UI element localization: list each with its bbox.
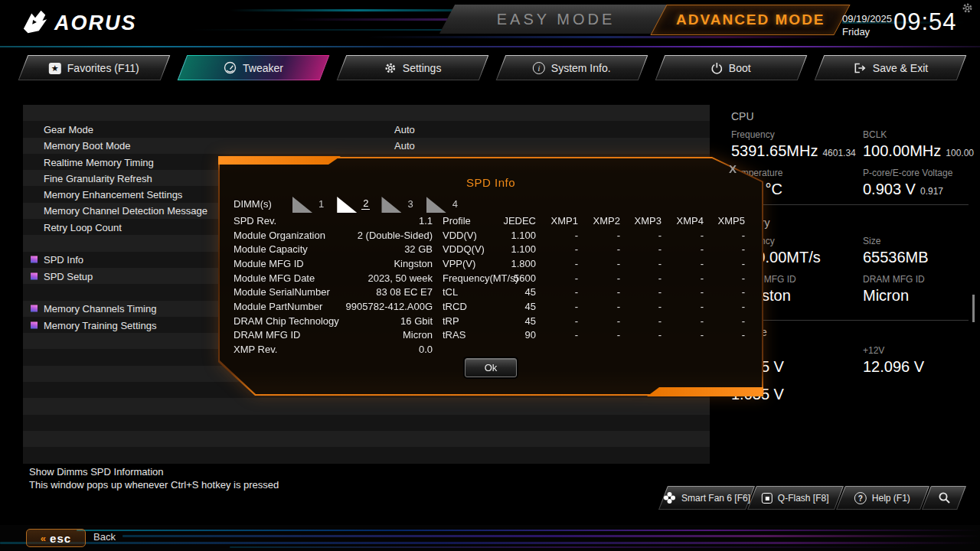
tab-label: Boot <box>729 62 751 74</box>
dialog-title: SPD Info <box>218 176 763 189</box>
esc-back-button[interactable]: « esc <box>26 529 86 547</box>
search-button[interactable] <box>922 486 966 510</box>
bios-screen: AORUS EASY MODE ADVANCED MODE 09/19/2025… <box>0 0 980 551</box>
setting-row-gear-mode[interactable]: Gear ModeAuto <box>23 121 710 137</box>
profile-cell: - <box>662 329 704 341</box>
setting-value: Auto <box>394 140 415 152</box>
spd-info-label: Module MFG Date <box>234 272 315 284</box>
footer-button-label: Help (F1) <box>872 493 910 504</box>
stat-value-row: Micron <box>863 287 970 305</box>
profile-row-tras: tRAS90----- <box>443 328 745 343</box>
setting-row-memory-boot-mode[interactable]: Memory Boot ModeAuto <box>23 138 710 154</box>
profile-cell: - <box>620 230 662 241</box>
profile-cell: - <box>662 230 704 241</box>
ok-button[interactable]: Ok <box>465 358 517 377</box>
footer-button-label: Smart Fan 6 [F6] <box>681 493 750 504</box>
setting-row-empty <box>23 415 710 431</box>
header: AORUS EASY MODE ADVANCED MODE 09/19/2025… <box>0 0 980 46</box>
dimm-number-2[interactable]: 2 <box>361 197 370 210</box>
profile-col-header: XMP4 <box>662 215 704 227</box>
advanced-mode-label: ADVANCED MODE <box>676 11 825 28</box>
help-button[interactable]: ?Help (F1) <box>836 486 929 510</box>
tab-save-exit[interactable]: Save & Exit <box>815 55 967 80</box>
tab-inner: Boot <box>711 62 751 74</box>
dialog-accent-bottom-right <box>647 387 763 396</box>
profile-cell: - <box>704 315 745 327</box>
profile-cell: - <box>662 286 704 298</box>
chevron-left-icon: « <box>41 533 46 544</box>
stat-subvalue: 100.00 <box>946 148 974 158</box>
tab-system-info[interactable]: iSystem Info. <box>496 55 648 80</box>
tab-inner: iSystem Info. <box>533 62 611 74</box>
tab-label: System Info. <box>551 62 611 74</box>
dimm-triangle-2[interactable] <box>337 197 357 213</box>
spd-info-value: 16 Gbit <box>400 315 433 327</box>
gauge-icon <box>224 61 237 74</box>
spd-info-row-dram-chip-technology: DRAM Chip Technology16 Gbit <box>234 314 433 328</box>
spd-info-label: XMP Rev. <box>234 344 277 355</box>
dimm-number-4[interactable]: 4 <box>451 198 459 210</box>
profile-cell: 1.100 <box>492 230 536 241</box>
spd-info-dialog: X SPD Info DIMM(s) 1234 SPD Rev.1.1Modul… <box>218 157 763 396</box>
sidebar-section-voltage: Voltage+5V5.085 V+12V12.096 V1.035 V <box>731 326 970 403</box>
sidebar-divider <box>727 204 969 205</box>
spd-info-row-module-organization: Module Organization2 (Double-Sided) <box>234 228 433 243</box>
footer-button-inner <box>938 491 951 504</box>
spd-info-value: Kingston <box>394 258 433 269</box>
profile-cell: - <box>704 286 745 298</box>
esc-key-label: esc <box>50 532 71 545</box>
spd-info-value: 2 (Double-Sided) <box>358 230 433 241</box>
stat-value-row: 0.903 V0.917 <box>863 181 974 198</box>
profile-cell: - <box>578 329 620 341</box>
profile-cell: tCL <box>443 286 492 298</box>
setting-row-empty <box>23 431 710 447</box>
spd-info-row-module-serialnumber: Module SerialNumber83 08 EC E7 <box>234 285 433 299</box>
profile-cell: - <box>704 230 745 241</box>
profile-cell: tRAS <box>443 329 492 341</box>
stat-label: +12V <box>863 345 970 356</box>
day-value: Friday <box>842 26 892 37</box>
dialog-accent-top-left <box>218 156 341 165</box>
tab-favorites-f11[interactable]: ★Favorites (F11) <box>18 55 171 80</box>
dimm-triangle-1[interactable] <box>292 197 312 213</box>
tab-tweaker[interactable]: Tweaker <box>178 55 330 80</box>
easy-mode-button[interactable]: EASY MODE <box>439 5 672 34</box>
aorus-logo: AORUS <box>21 8 137 37</box>
stat-subvalue: 4601.34 <box>822 148 855 158</box>
profile-cell: - <box>578 315 620 327</box>
dimm-triangle-4[interactable] <box>426 197 446 213</box>
gear-icon <box>384 62 397 74</box>
setting-row-empty <box>23 105 710 121</box>
profile-cell: - <box>620 243 662 255</box>
dimm-number-1[interactable]: 1 <box>317 198 325 210</box>
spd-info-label: Module Capacity <box>234 243 308 255</box>
profile-cell: Frequency(MT/s) <box>443 272 492 284</box>
smart-fan-button[interactable]: Smart Fan 6 [F6] <box>658 486 755 510</box>
stat-label: Frequency <box>731 129 863 140</box>
profile-cell: - <box>536 315 578 327</box>
spd-info-label: Module MFG ID <box>234 258 304 269</box>
close-icon[interactable]: X <box>726 162 740 175</box>
tab-inner: ★Favorites (F11) <box>49 62 139 74</box>
dimm-number-3[interactable]: 3 <box>406 198 414 210</box>
sidebar-grid-memory: Frequency5600.00MT/sSize65536MBModule MF… <box>731 236 970 305</box>
profile-cell: - <box>536 329 578 341</box>
item-bullet-icon <box>31 256 38 263</box>
spd-info-row-module-partnumber: Module PartNumber9905782-412.A00G <box>234 299 433 314</box>
sidebar-scrollbar-thumb[interactable] <box>972 295 975 322</box>
spd-info-label: DRAM MFG ID <box>234 329 300 341</box>
header-gear-icon[interactable] <box>962 2 973 17</box>
spd-info-value: Micron <box>403 329 433 341</box>
profile-cell: - <box>704 258 745 269</box>
dimm-triangle-3[interactable] <box>381 197 401 213</box>
tab-settings[interactable]: Settings <box>337 55 489 80</box>
profile-cell: - <box>578 230 620 241</box>
q-flash-button[interactable]: Q-Flash [F8] <box>747 486 844 510</box>
spd-info-value: 2023, 50 week <box>368 272 433 284</box>
stat-bclk: BCLK100.00MHz100.00 <box>863 129 974 160</box>
easy-mode-label: EASY MODE <box>497 11 616 28</box>
advanced-mode-button[interactable]: ADVANCED MODE <box>650 5 850 35</box>
tab-boot[interactable]: Boot <box>655 55 808 80</box>
profile-row-vddq-v: VDDQ(V)1.100----- <box>443 242 745 256</box>
profile-cell: VPP(V) <box>443 258 492 269</box>
